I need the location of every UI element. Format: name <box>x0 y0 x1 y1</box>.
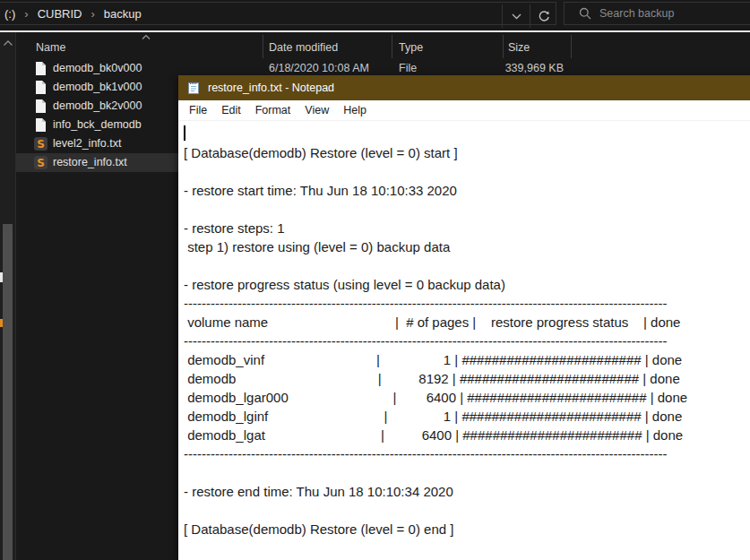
cutoff-icon-fragment <box>0 319 3 327</box>
file-icon <box>34 118 47 132</box>
breadcrumb: (:) › CUBRID › backup <box>4 7 142 21</box>
address-bar[interactable]: (:) › CUBRID › backup <box>0 2 556 25</box>
breadcrumb-cubrid[interactable]: CUBRID <box>38 7 82 21</box>
column-separator[interactable] <box>503 35 504 58</box>
column-headers: Name Date modified Type Size <box>16 33 750 59</box>
notepad-text-content[interactable]: [ Database(demodb) Restore (level = 0) s… <box>178 121 750 538</box>
scroll-up-icon[interactable] <box>3 39 13 47</box>
sort-ascending-icon <box>142 34 151 40</box>
menu-file[interactable]: File <box>182 104 214 116</box>
notepad-text-area[interactable]: [ Database(demodb) Restore (level = 0) s… <box>178 121 750 560</box>
chevron-down-icon <box>512 13 522 20</box>
search-icon <box>579 7 591 20</box>
notepad-menu-bar: File Edit Format View Help <box>178 100 750 121</box>
refresh-icon <box>538 10 550 22</box>
window-title: restore_info.txt - Notepad <box>208 82 334 94</box>
column-header-name[interactable]: Name <box>36 41 65 54</box>
file-name: demodb_bk1v000 <box>53 81 142 93</box>
nav-pane-scrollbar[interactable] <box>0 32 16 560</box>
column-header-type[interactable]: Type <box>399 41 423 54</box>
search-input[interactable] <box>599 7 734 20</box>
column-header-size[interactable]: Size <box>508 41 530 54</box>
column-header-date-modified[interactable]: Date modified <box>269 41 338 54</box>
file-type: File <box>399 62 417 74</box>
menu-format[interactable]: Format <box>248 104 298 116</box>
file-name: demodb_bk0v000 <box>53 62 142 74</box>
menu-help[interactable]: Help <box>336 104 374 116</box>
notepad-icon <box>186 81 201 95</box>
file-size: 339,969 KB <box>464 62 564 74</box>
screen: (:) › CUBRID › backup <box>0 0 750 560</box>
notepad-title-bar[interactable]: restore_info.txt - Notepad <box>178 75 750 100</box>
file-name: info_bck_demodb <box>53 118 142 131</box>
cutoff-icon-fragment <box>0 272 3 282</box>
column-separator[interactable] <box>263 35 263 58</box>
column-separator[interactable] <box>392 35 392 58</box>
sublime-text-icon: S <box>34 156 47 169</box>
file-name: demodb_bk2v000 <box>53 99 142 112</box>
search-box <box>564 2 750 25</box>
refresh-button[interactable] <box>530 4 557 28</box>
text-cursor <box>184 125 185 141</box>
scrollbar-thumb[interactable] <box>3 224 13 560</box>
explorer-toolbar: (:) › CUBRID › backup <box>0 0 750 27</box>
column-separator[interactable] <box>571 35 572 58</box>
menu-edit[interactable]: Edit <box>214 104 248 116</box>
file-icon <box>34 81 47 94</box>
breadcrumb-backup[interactable]: backup <box>104 7 142 21</box>
breadcrumb-drive[interactable]: (:) <box>4 7 15 21</box>
menu-view[interactable]: View <box>297 104 336 116</box>
file-name: restore_info.txt <box>53 156 127 168</box>
notepad-window: restore_info.txt - Notepad File Edit For… <box>178 75 750 560</box>
sublime-text-icon: S <box>34 137 47 151</box>
file-name: level2_info.txt <box>53 137 121 150</box>
file-date: 6/18/2020 10:08 AM <box>269 62 369 74</box>
address-dropdown-button[interactable] <box>502 4 530 28</box>
file-icon <box>34 62 47 75</box>
breadcrumb-separator-icon: › <box>24 7 28 21</box>
breadcrumb-separator-icon: › <box>91 7 94 21</box>
file-icon <box>34 99 47 113</box>
